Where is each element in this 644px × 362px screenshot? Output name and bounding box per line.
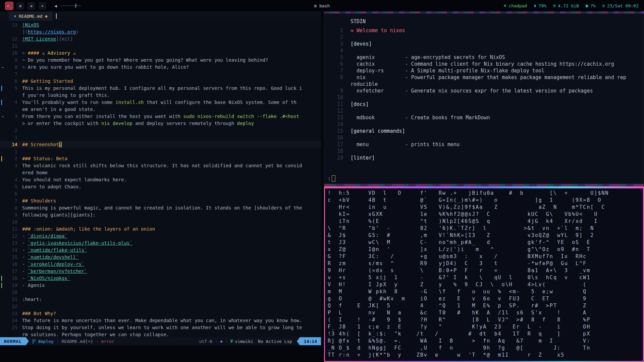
matrix-row: 9 Hr (=dx s \ B:0+P F r = 8a1 A+\ 3 _vm (328, 267, 643, 274)
line-number: 14 (5, 247, 17, 254)
line-number: 6 (5, 78, 17, 85)
matrix-row: x Z@ I@n ' ]x L/z(')i m ^ g"\^Oz o9 #n T (328, 246, 643, 253)
status-cpu: ▦7% (586, 3, 596, 8)
text-segment: or enter the cockpit with (25, 121, 101, 126)
pager-line-number: 19 (328, 155, 343, 161)
editor-line: ▎5This is my personal deployment hub. I … (0, 85, 321, 92)
powerline-separator-icon (297, 337, 300, 345)
line-number: 9 (5, 212, 17, 219)
workspace-apps[interactable]: ◈ (39, 2, 46, 10)
line-number: 4 (5, 99, 17, 106)
text-segment: `NixOS/nixpkgs` (28, 276, 70, 281)
gutter-sign (0, 233, 5, 240)
window-title-text: bash (319, 3, 330, 8)
text-segment: `numtide/devshell` (28, 254, 79, 260)
gutter-sign (0, 176, 5, 183)
matrix-row: P L nv N a &c T0 # hK A /1l s6 S'x ! A (328, 309, 643, 316)
editor-line: ▎4You'll probably want to run some insta… (0, 99, 321, 106)
volume-control[interactable]: ◀ (54, 3, 82, 8)
matrix-row: TT r:n + j(K*"b y ZBv e w 'T *@ m1I r Z … (328, 352, 643, 359)
text-segment: - (22, 247, 28, 253)
pager-line-number: 2 (328, 34, 343, 41)
line-number: 21 (5, 296, 17, 303)
pager-line: 12 (328, 108, 644, 114)
matrix-row: Hr< in u VS V)&,Zz]9f$Aa Z aZ N m*TCn[ C (328, 204, 643, 211)
editor-line: 22 (0, 303, 321, 310)
workspace-chat[interactable]: ▣ (16, 2, 24, 10)
gutter-sign (0, 204, 5, 212)
gutter-sign (0, 190, 5, 197)
diagnostic-error-label: error (101, 339, 114, 344)
line-number (5, 169, 17, 176)
line-number: 11 (5, 226, 17, 233)
pager-line-text: deploy-rs - A Simple multi-profile Nix-f… (351, 67, 544, 74)
line-number: 18 (5, 275, 17, 282)
editor-line: ~3From there you can either install the … (0, 113, 321, 120)
editor-line: 3The volcanic rock still shifts below th… (0, 162, 321, 169)
pager-line: 11[docs] (328, 101, 644, 108)
editor-line: 20 (0, 289, 321, 296)
line-number: 2 (5, 127, 17, 134)
line-text: Learn to adopt Chaos. (22, 183, 82, 190)
line-number (5, 120, 17, 127)
gutter-sign (0, 134, 5, 141)
gutter-sign: ~ (0, 64, 5, 71)
volume-slider[interactable] (60, 5, 82, 6)
gutter-sign (0, 127, 5, 134)
pager-prompt[interactable]: : (328, 175, 335, 182)
matrix-buffer[interactable]: ! h:5 VD l D f' Rw .+ jBifu0a # b [\ + U… (325, 188, 643, 361)
pager-line-text: [general commands] (351, 128, 405, 134)
editor-line: ▎2### Status: Beta (0, 155, 321, 162)
editor-line: 13- `gytis-ivaskevicius/flake-utils-plus… (0, 240, 321, 247)
matrix-row: ! h:5 VD l D f' Rw .+ jBifu0a # b [\ + U… (328, 190, 643, 197)
text-segment: Stop doing it by yourself, unless we lea… (22, 325, 302, 330)
text-segment: :heart: (22, 297, 42, 302)
volume-icon: ◀ (54, 3, 57, 8)
text-segment: !NixOS (22, 22, 39, 27)
pager-buffer[interactable]: 1⚒ Welcome to nixos23[devos]45 agenix - … (324, 27, 644, 161)
status-clock: ◷23/Sat 00:02 (602, 3, 639, 8)
gutter-sign (0, 141, 5, 148)
text-segment: > (22, 50, 28, 56)
text-segment: sudo nixos-rebuild switch --flake .#<hos… (183, 114, 299, 119)
text-segment: Are you sure you want to go down this ra… (28, 64, 189, 70)
pager-line: 3[devos] (328, 41, 644, 47)
pager-line-number: 13 (328, 114, 343, 121)
text-segment: The volcanic rock still shifts below thi… (22, 163, 302, 168)
pager-line-text: [devos] (351, 41, 372, 47)
text-segment: Do you remember how you got here? Where … (28, 57, 268, 63)
text-segment: You should not expect landmarks here. (22, 177, 127, 182)
pager-line: 14 (328, 121, 644, 128)
editor-buffer[interactable]: 13!NixOS ](https://nixos.org) 12!MIT Lic… (0, 21, 321, 337)
editor-line: ▎18- `NixOS/nixpkgs` (0, 275, 321, 282)
gutter-sign: ▎ (0, 275, 5, 282)
powerline-separator-icon (26, 337, 29, 345)
status-host: ❄chadpad (504, 3, 527, 8)
text-segment: ) (76, 29, 78, 35)
gutter-sign: ▎ (0, 85, 5, 92)
workspace-terminal[interactable]: >_ (5, 2, 13, 10)
line-text: - `gytis-ivaskevicius/flake-utils-plus` (22, 240, 132, 247)
line-text: rm solutions. Perhaps together we can st… (22, 331, 169, 337)
status-cpu-value: 7% (590, 3, 596, 8)
line-text: f you're looking to graft this. (22, 92, 110, 99)
text-segment: `numtide/flake-utils` (28, 247, 87, 253)
workspace-ghost[interactable]: ◉ (28, 2, 35, 10)
editor-tab[interactable]: ▼ README.md ● (9, 11, 53, 21)
gutter-sign (0, 21, 5, 28)
gutter-sign (0, 240, 5, 247)
gutter-sign (0, 261, 5, 268)
matrix-row: m M W pkh 8 -G \f f u uu % <m- 5 e;w Q (328, 288, 643, 295)
pager-line-number: 1 (328, 27, 343, 34)
markdown-file-icon: ▼ (14, 14, 16, 18)
pager-line-number: 5 (328, 54, 343, 61)
left-column: ▼ README.md ● 13!NixOS ](https://nixos.o… (0, 11, 321, 362)
matrix-window: ! h:5 VD l D f' Rw .+ jBifu0a # b [\ + U… (324, 186, 644, 362)
gutter-sign (0, 197, 5, 204)
volume-slider-handle[interactable] (75, 4, 76, 8)
cpu-icon: ▦ (586, 3, 588, 8)
gutter-sign (0, 254, 5, 261)
editor-line: 14## Screenshots (0, 141, 321, 148)
line-number: 6 (5, 190, 17, 197)
line-text: ## Getting Started (22, 78, 73, 85)
